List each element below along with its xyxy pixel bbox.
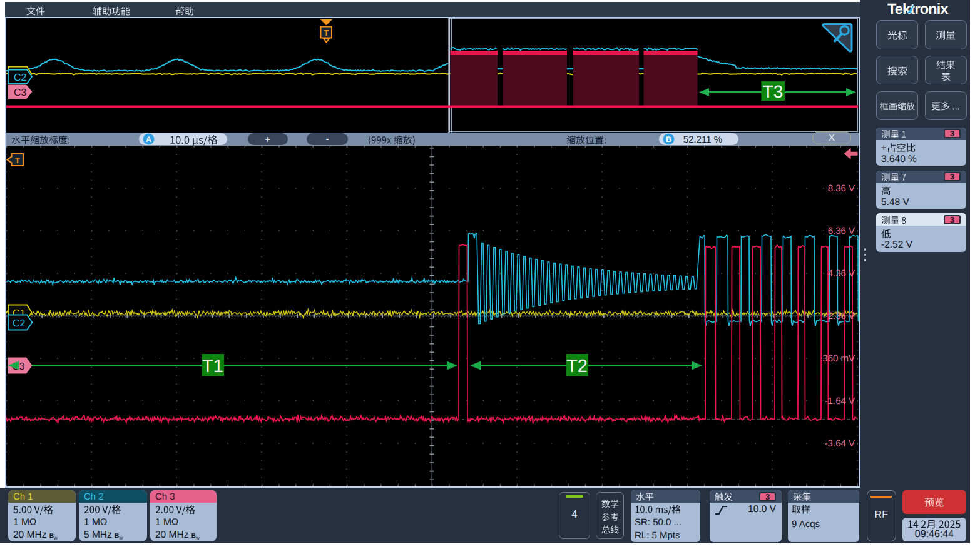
svg-text:52.211 %: 52.211 % (683, 134, 722, 145)
svg-text:360 mV: 360 mV (822, 353, 855, 364)
svg-text:-1.64 V: -1.64 V (825, 396, 855, 406)
svg-text:A: A (146, 135, 151, 144)
svg-text:6.36 V: 6.36 V (828, 226, 855, 236)
svg-text:T1: T1 (202, 356, 223, 376)
svg-text:8.36 V: 8.36 V (828, 183, 855, 194)
svg-text:T: T (324, 28, 329, 38)
svg-text:B: B (666, 135, 671, 144)
svg-text:C2: C2 (14, 73, 27, 83)
svg-text:T2: T2 (566, 356, 588, 376)
svg-text:T: T (15, 156, 20, 165)
svg-text:2.36 V: 2.36 V (828, 311, 855, 321)
svg-text:-3.64 V: -3.64 V (825, 438, 855, 449)
svg-text:4.36 V: 4.36 V (828, 268, 855, 279)
svg-text:C3: C3 (14, 88, 27, 98)
svg-text:T3: T3 (763, 82, 783, 101)
svg-text:C2: C2 (13, 318, 26, 329)
svg-text:-: - (326, 134, 329, 144)
svg-text:+: + (265, 134, 271, 145)
